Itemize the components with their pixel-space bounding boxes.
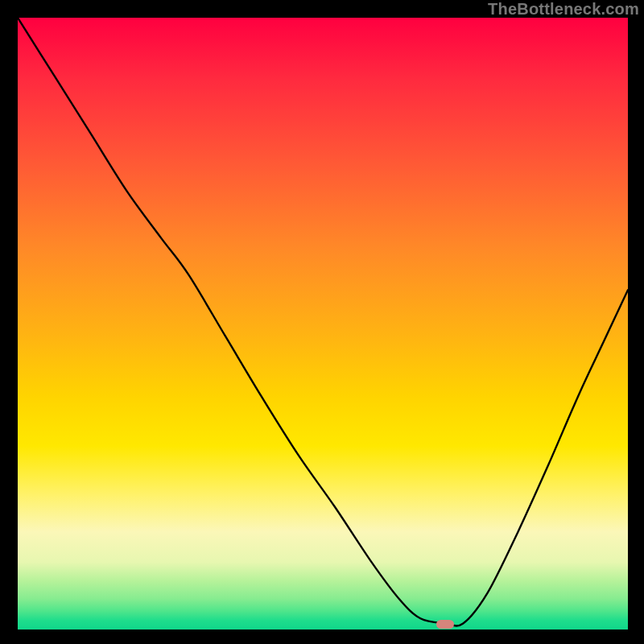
chart-stage: TheBottleneck.com bbox=[0, 0, 644, 644]
minimum-marker bbox=[436, 620, 454, 629]
watermark-text: TheBottleneck.com bbox=[488, 0, 639, 19]
bottleneck-curve bbox=[18, 18, 628, 630]
plot-area bbox=[18, 18, 628, 630]
